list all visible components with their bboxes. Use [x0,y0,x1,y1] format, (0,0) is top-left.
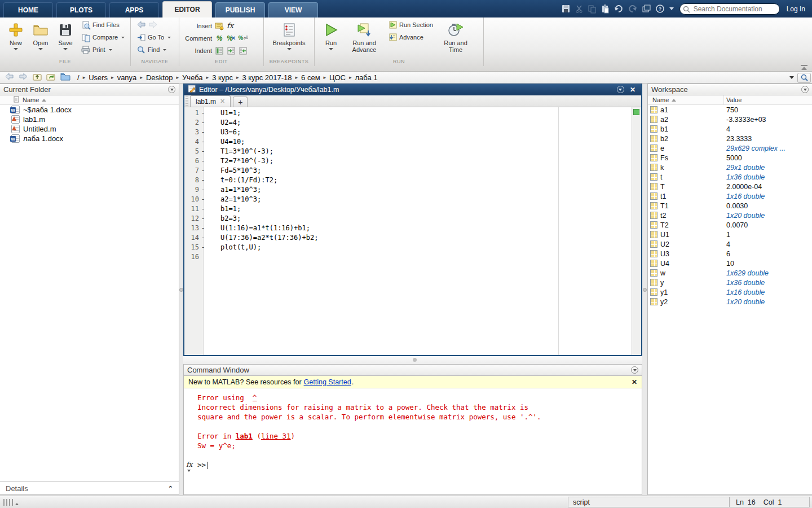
workspace-row[interactable]: t1x36 double [648,172,812,182]
code-line[interactable]: 15-plot(t,U); [184,243,641,252]
editor-command-splitter[interactable] [183,356,642,364]
open-button[interactable]: Open [28,20,53,50]
workspace-row[interactable]: w1x629 double [648,268,812,278]
code-line[interactable]: 13-U(1:16)=a1*t(1:16)+b1; [184,224,641,233]
browse-folder-icon[interactable] [46,73,56,82]
line-number[interactable]: 9 [184,185,199,195]
find-files-button[interactable]: Find Files [81,20,125,30]
workspace-row[interactable]: U410 [648,259,812,268]
login-button[interactable]: Log In [787,5,805,13]
ribbon-tab-plots[interactable]: PLOTS [56,2,106,17]
banner-close-icon[interactable]: ✕ [632,378,637,386]
ribbon-tab-view[interactable]: VIEW [268,2,318,17]
workspace-row[interactable]: a1750 [648,105,812,115]
file-item[interactable]: W~$лаба 1.docx [0,105,179,115]
workspace-row[interactable]: T10.0030 [648,201,812,211]
workspace-row[interactable]: t21x20 double [648,211,812,220]
workspace-row[interactable]: U24 [648,239,812,249]
insert-function-icon[interactable]: fx [227,21,233,30]
line-number[interactable]: 3 [184,128,199,137]
indent-left-icon[interactable] [239,46,248,55]
run-section-button[interactable]: Run Section [388,20,436,30]
ribbon-tab-publish[interactable]: PUBLISH [215,2,265,17]
getting-started-link[interactable]: Getting Started [304,378,351,386]
code-line[interactable]: 1-U1=1; [184,108,641,118]
line-number[interactable]: 10 [184,195,199,204]
qat-dropdown-icon[interactable] [669,7,674,10]
workspace-row[interactable]: U11 [648,230,812,239]
undo-icon[interactable] [614,5,623,13]
run-and-advance-button[interactable]: Run and Advance [347,20,381,53]
advance-button[interactable]: Advance [388,32,436,42]
workspace-row[interactable]: t11x16 double [648,191,812,201]
up-one-level-icon[interactable] [33,73,42,82]
breadcrumb-segment[interactable]: / [77,73,80,82]
file-item[interactable]: Untitled.m [0,124,179,134]
command-prompt[interactable]: fx >> [197,460,642,470]
wrap-comments-icon[interactable]: %⏎ [239,34,248,43]
comment-icon[interactable]: % [215,34,224,43]
run-button[interactable]: Run [318,20,344,50]
line-number[interactable]: 15 [184,243,199,252]
line-number[interactable]: 7 [184,166,199,176]
workspace-row[interactable]: y21x20 double [648,297,812,306]
workspace-row[interactable]: k29x1 double [648,163,812,172]
breadcrumb-segment[interactable]: Desktop [146,73,173,82]
path-search-button[interactable] [797,73,811,83]
file-item[interactable]: lab1.m [0,115,179,124]
code-line[interactable]: 12-b2=3; [184,214,641,224]
code-analyzer-status-icon[interactable] [633,109,639,115]
code-line[interactable]: 2-U2=4; [184,118,641,128]
tab-close-icon[interactable]: ✕ [220,98,225,105]
code-line[interactable]: 9-a1=1*10^3; [184,185,641,195]
left-splitter-handle[interactable] [179,288,183,292]
workspace-row[interactable]: y11x16 double [648,287,812,297]
error-caret-link[interactable]: ^ [253,393,257,402]
breakpoints-button[interactable]: Breakpoints [270,20,309,50]
breadcrumb-segment[interactable]: ЦОС [329,73,346,82]
back-icon[interactable] [136,21,146,29]
help-icon[interactable]: ? [656,5,664,13]
save-icon[interactable] [562,5,570,13]
smart-indent-icon[interactable] [215,46,224,55]
new-button[interactable]: New [3,20,28,50]
workspace-name-column-header[interactable]: Name [648,95,724,104]
line-number[interactable]: 11 [184,204,199,214]
line-number[interactable]: 6 [184,156,199,166]
code-line[interactable]: 10-a2=1*10^3; [184,195,641,204]
breadcrumb-segment[interactable]: 3 курс [212,73,233,82]
workspace-row[interactable]: e29x629 complex ... [648,143,812,153]
tab-lab1[interactable]: lab1.m ✕ [190,95,231,107]
search-documentation-input[interactable] [679,3,780,15]
code-line[interactable]: 5-T1=3*10^(-3); [184,147,641,156]
current-folder-menu-icon[interactable] [168,86,175,93]
ribbon-tab-apps[interactable]: APPS [109,2,159,17]
new-tab-button[interactable]: + [233,97,248,107]
breadcrumb-segment[interactable]: лаба 1 [355,73,377,82]
path-dropdown-icon[interactable] [789,76,794,79]
line-number[interactable]: 1 [184,108,199,118]
ribbon-tab-home[interactable]: HOME [3,2,53,17]
line-number[interactable]: 12 [184,214,199,224]
paste-icon[interactable] [601,5,609,13]
code-line[interactable]: 11-b1=1; [184,204,641,214]
editor-close-icon[interactable]: ✕ [628,86,638,94]
command-output[interactable]: Error using ^ Incorrect dimensions for r… [184,388,642,470]
file-item[interactable]: Wлаба 1.docx [0,134,179,143]
line-number[interactable]: 16 [184,252,199,262]
breadcrumb-segment[interactable]: 6 сем [301,73,320,82]
collapse-ribbon-button[interactable] [801,65,807,70]
code-line[interactable]: 16 [184,252,641,262]
code-line[interactable]: 3-U3=6; [184,128,641,137]
history-back-icon[interactable] [5,73,14,82]
current-folder-name-column-header[interactable]: Name [0,95,179,105]
indent-right-icon[interactable] [227,46,236,55]
details-panel-header[interactable]: Details ⌃ [0,481,179,495]
find-button[interactable]: Find [136,45,171,55]
command-window-menu-icon[interactable] [631,366,638,374]
breadcrumb-segment[interactable]: Учеба [182,73,203,82]
layout-windows-icon[interactable] [642,5,651,12]
breadcrumb-segment[interactable]: vanya [117,73,137,82]
workspace-row[interactable]: a2-3.3333e+03 [648,115,812,124]
save-button[interactable]: Save [53,20,78,50]
